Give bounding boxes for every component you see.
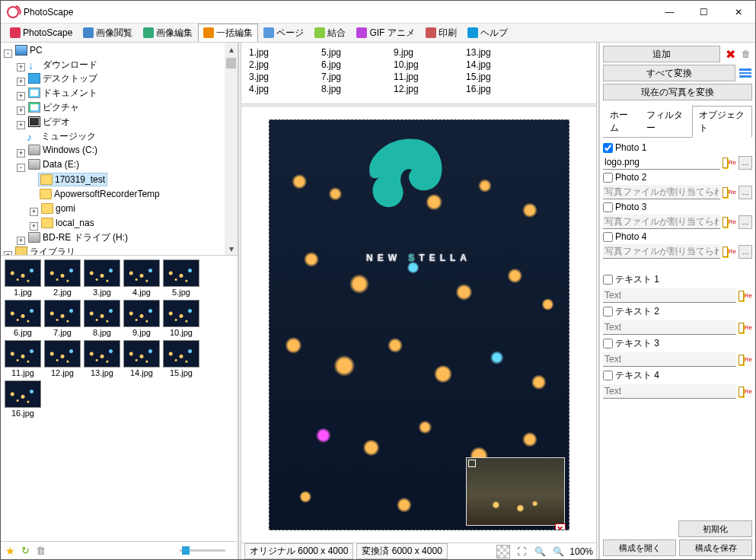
file-item[interactable]: 2.jpg <box>249 59 321 71</box>
folder-tree[interactable]: - PC+ ダウンロード+ デスクトップ+ ドキュメント+ ピクチャ+ ビデオ … <box>1 43 238 256</box>
text4-input[interactable] <box>603 384 736 399</box>
thumbnail[interactable]: 12.jpg <box>44 340 81 377</box>
photo2-browse-button[interactable] <box>738 186 752 199</box>
tab-object[interactable]: オブジェクト <box>692 106 752 138</box>
toolbar-photoscape[interactable]: PhotoScape <box>5 24 78 42</box>
favorite-icon[interactable]: ★ <box>5 545 15 557</box>
tree-node-local_nas[interactable]: local_nas <box>40 217 96 229</box>
file-item[interactable]: 12.jpg <box>394 83 466 95</box>
photo1-checkbox[interactable] <box>603 143 613 153</box>
navigator-viewport[interactable] <box>468 460 476 467</box>
list-view-icon[interactable] <box>738 68 752 78</box>
tree-node-ビデオ[interactable]: ビデオ <box>27 116 72 128</box>
add-button[interactable]: 追加 <box>603 46 720 62</box>
text4-checkbox[interactable] <box>603 371 613 380</box>
text1-input[interactable] <box>603 288 736 303</box>
tree-node-ライブラリ[interactable]: ライブラリ <box>14 246 77 256</box>
file-item[interactable]: 10.jpg <box>394 59 466 71</box>
transparency-icon[interactable] <box>496 545 510 558</box>
photo3-browse-button[interactable] <box>738 215 752 229</box>
file-item[interactable]: 16.jpg <box>466 83 538 95</box>
thumbnail[interactable]: 8.jpg <box>84 300 120 337</box>
tree-scrollbar[interactable]: ▴ ▾ <box>225 43 238 255</box>
expand-icon[interactable]: + <box>17 237 25 245</box>
toolbar-gif[interactable]: GIF アニメ <box>351 24 419 42</box>
thumbnail[interactable]: 3.jpg <box>84 259 120 297</box>
text3-checkbox[interactable] <box>603 339 613 348</box>
photo4-checkbox[interactable] <box>603 232 613 242</box>
file-item[interactable]: 14.jpg <box>466 59 538 71</box>
thumbnail[interactable]: 14.jpg <box>123 340 160 377</box>
photo3-checkbox[interactable] <box>603 202 613 212</box>
tree-node-pc[interactable]: PC <box>14 44 44 56</box>
tab-filter[interactable]: フィルター <box>640 106 692 137</box>
toolbar-batch[interactable]: 一括編集 <box>198 24 258 42</box>
save-config-button[interactable]: 構成を保存 <box>679 539 752 556</box>
clear-all-icon[interactable]: 🗑 <box>740 49 752 59</box>
tree-node-ドキュメント[interactable]: ドキュメント <box>27 87 99 99</box>
toolbar-help[interactable]: ヘルプ <box>462 24 513 42</box>
expand-icon[interactable]: + <box>4 251 12 256</box>
file-item[interactable]: 8.jpg <box>321 83 394 95</box>
tree-node-BD-RE ドライブ (H:)[interactable]: BD-RE ドライブ (H:) <box>27 231 129 243</box>
file-item[interactable]: 13.jpg <box>466 46 538 59</box>
minimize-button[interactable]: — <box>652 1 687 23</box>
photo4-input[interactable] <box>603 244 720 259</box>
text2-checkbox[interactable] <box>603 307 613 317</box>
trash-icon[interactable]: 🗑 <box>36 545 46 556</box>
photo1-input[interactable] <box>603 155 720 170</box>
navigator-thumbnail[interactable]: ✕ <box>466 457 565 526</box>
init-button[interactable]: 初期化 <box>678 520 752 537</box>
photo3-input[interactable] <box>603 215 720 229</box>
expand-icon[interactable]: + <box>30 208 38 216</box>
file-item[interactable]: 4.jpg <box>249 83 321 95</box>
tree-node-gomi[interactable]: gomi <box>40 202 77 215</box>
maximize-button[interactable]: ☐ <box>687 1 721 23</box>
photo4-resize-icon[interactable] <box>723 245 736 259</box>
photo2-input[interactable] <box>603 185 720 199</box>
thumbnail[interactable]: 2.jpg <box>44 259 81 297</box>
fit-screen-icon[interactable]: ⛶ <box>515 545 528 558</box>
text2-input[interactable] <box>603 320 736 335</box>
expand-icon[interactable]: + <box>17 121 25 129</box>
text3-input[interactable] <box>603 352 736 367</box>
toolbar-print[interactable]: 印刷 <box>420 24 462 42</box>
toolbar-page[interactable]: ページ <box>258 24 309 42</box>
expand-icon[interactable]: + <box>17 78 25 86</box>
navigator-close-icon[interactable]: ✕ <box>555 523 566 530</box>
file-item[interactable]: 15.jpg <box>466 71 538 83</box>
tree-node-170319_test[interactable]: 170319_test <box>38 173 107 186</box>
scroll-thumb[interactable] <box>226 58 236 68</box>
expand-icon[interactable]: + <box>17 92 25 100</box>
thumbnail[interactable]: 4.jpg <box>123 259 160 297</box>
photo1-browse-button[interactable] <box>738 156 752 170</box>
file-item[interactable]: 1.jpg <box>249 46 321 59</box>
file-item[interactable]: 5.jpg <box>321 46 394 59</box>
expand-icon[interactable]: + <box>17 149 25 158</box>
thumbnail[interactable]: 5.jpg <box>163 259 199 297</box>
tree-node-ApowersoftRecorderTemp[interactable]: ApowersoftRecorderTemp <box>38 188 161 200</box>
expand-icon[interactable]: - <box>17 164 25 172</box>
text2-resize-icon[interactable] <box>738 321 752 335</box>
batch-file-list[interactable]: 1.jpg2.jpg3.jpg4.jpg5.jpg6.jpg7.jpg8.jpg… <box>241 43 596 103</box>
tab-home[interactable]: ホーム <box>603 106 640 137</box>
scroll-up-icon[interactable]: ▴ <box>225 43 238 56</box>
convert-all-button[interactable]: すべて変換 <box>603 65 735 81</box>
text1-resize-icon[interactable] <box>738 289 752 303</box>
text1-checkbox[interactable] <box>603 275 613 285</box>
file-item[interactable]: 9.jpg <box>394 46 466 59</box>
photo2-resize-icon[interactable] <box>723 186 736 199</box>
thumbnail[interactable]: 1.jpg <box>5 259 41 297</box>
convert-current-button[interactable]: 現在の写真を変換 <box>603 84 752 100</box>
tree-node-デスクトップ[interactable]: デスクトップ <box>27 72 99 84</box>
photo4-browse-button[interactable] <box>738 245 752 259</box>
thumbnail[interactable]: 9.jpg <box>123 300 160 337</box>
zoom-out-icon[interactable]: 🔍 <box>533 545 547 558</box>
tree-node-Data (E:)[interactable]: Data (E:) <box>27 158 81 170</box>
expand-icon[interactable]: + <box>17 63 25 72</box>
expand-icon[interactable]: + <box>17 107 25 115</box>
thumbnail[interactable]: 13.jpg <box>84 340 120 377</box>
expand-icon[interactable]: + <box>30 222 38 231</box>
file-item[interactable]: 11.jpg <box>394 71 466 83</box>
thumbnail[interactable]: 7.jpg <box>44 300 81 337</box>
